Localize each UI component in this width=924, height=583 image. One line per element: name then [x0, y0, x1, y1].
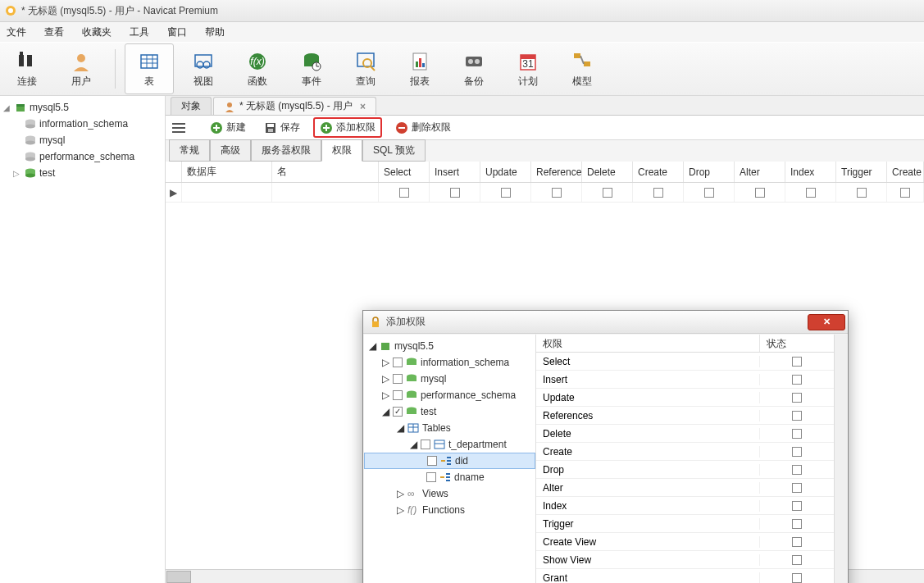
action-new[interactable]: 新建: [205, 119, 251, 136]
menu-favorites[interactable]: 收藏夹: [82, 25, 112, 39]
expand-arrow-icon[interactable]: ▷: [382, 373, 389, 385]
dlg-tree-db-test[interactable]: ◢test: [364, 403, 535, 420]
tool-user[interactable]: 用户: [57, 43, 106, 94]
priv-row[interactable]: Show View: [536, 551, 834, 569]
tool-event[interactable]: 事件: [287, 43, 336, 94]
col-alter[interactable]: Alter: [735, 162, 785, 182]
tree-db-2[interactable]: performance_schema: [0, 148, 165, 165]
dlg-tree-column-dname[interactable]: dname: [364, 469, 535, 485]
priv-row[interactable]: Drop: [536, 461, 834, 479]
priv-row[interactable]: Alter: [536, 479, 834, 497]
tree-db-3[interactable]: ▷ test: [0, 165, 165, 181]
checkbox[interactable]: [603, 188, 612, 198]
priv-row[interactable]: Delete: [536, 425, 834, 443]
priv-row[interactable]: Select: [536, 353, 834, 371]
dlg-tree-server[interactable]: ◢ mysql5.5: [364, 338, 535, 354]
col-insert[interactable]: Insert: [430, 162, 480, 182]
dlg-tree-db[interactable]: ▷information_schema: [364, 354, 535, 371]
col-name[interactable]: 名: [272, 162, 379, 182]
expand-arrow-icon[interactable]: ▷: [13, 169, 21, 178]
scroll-thumb[interactable]: [166, 571, 191, 583]
dlg-tree-db[interactable]: ▷performance_schema: [364, 387, 535, 403]
checkbox[interactable]: [427, 456, 437, 466]
tab-user-editor[interactable]: * 无标题 (mysql5.5) - 用户 ×: [213, 97, 376, 115]
menu-window[interactable]: 窗口: [167, 25, 187, 39]
menu-view[interactable]: 查看: [44, 25, 64, 39]
col-delete[interactable]: Delete: [582, 162, 633, 182]
priv-row[interactable]: Insert: [536, 371, 834, 389]
tool-schedule[interactable]: 31 计划: [503, 43, 553, 94]
checkbox[interactable]: [806, 188, 816, 198]
checkbox[interactable]: [792, 483, 802, 493]
col-create2[interactable]: Create: [887, 162, 924, 182]
checkbox[interactable]: [900, 188, 910, 198]
col-update[interactable]: Update: [480, 162, 531, 182]
checkbox[interactable]: [393, 390, 403, 400]
collapse-arrow-icon[interactable]: ◢: [410, 439, 417, 450]
checkbox[interactable]: [399, 188, 409, 198]
col-trigger[interactable]: Trigger: [836, 162, 887, 182]
tool-table[interactable]: 表: [125, 43, 174, 94]
dlg-tree-db[interactable]: ▷mysql: [364, 371, 535, 387]
priv-row[interactable]: Create View: [536, 533, 834, 551]
tool-query[interactable]: 查询: [341, 43, 390, 94]
checkbox[interactable]: [792, 447, 802, 457]
menu-tools[interactable]: 工具: [130, 25, 149, 39]
checkbox[interactable]: [792, 393, 802, 403]
checkbox[interactable]: [792, 411, 802, 421]
dlg-tree-table[interactable]: ◢t_department: [364, 436, 535, 453]
collapse-arrow-icon[interactable]: ◢: [369, 340, 376, 352]
checkbox[interactable]: [792, 501, 802, 511]
tool-model[interactable]: 模型: [558, 43, 607, 94]
priv-grid-row[interactable]: ▶: [166, 183, 924, 203]
priv-row[interactable]: Update: [536, 389, 834, 407]
tree-server[interactable]: ◢ mysql5.5: [0, 99, 165, 116]
action-delete-privilege[interactable]: 删除权限: [390, 119, 456, 136]
itab-sql-preview[interactable]: SQL 预览: [362, 139, 426, 162]
checkbox[interactable]: [857, 188, 867, 198]
priv-row[interactable]: Index: [536, 497, 834, 515]
checkbox[interactable]: [792, 555, 802, 565]
hamburger-icon[interactable]: [172, 123, 185, 133]
checkbox[interactable]: [552, 188, 562, 198]
itab-advanced[interactable]: 高级: [210, 139, 251, 162]
checkbox[interactable]: [393, 374, 403, 384]
collapse-arrow-icon[interactable]: ◢: [397, 422, 404, 434]
priv-row[interactable]: Trigger: [536, 515, 834, 533]
dialog-titlebar[interactable]: 添加权限 ✕: [363, 311, 848, 334]
checkbox[interactable]: [426, 472, 436, 482]
checkbox[interactable]: [792, 537, 802, 547]
tool-function[interactable]: f(x) 函数: [233, 43, 282, 94]
dialog-tree[interactable]: ◢ mysql5.5 ▷information_schema ▷mysql ▷p…: [364, 335, 536, 583]
action-save[interactable]: 保存: [259, 119, 305, 136]
checkbox[interactable]: [792, 375, 802, 385]
dialog-close-button[interactable]: ✕: [808, 314, 845, 330]
checkbox[interactable]: [792, 465, 802, 475]
dialog-scrollbar[interactable]: [834, 335, 847, 583]
tab-objects[interactable]: 对象: [171, 97, 212, 115]
col-select[interactable]: Select: [379, 162, 430, 182]
checkbox[interactable]: [393, 358, 403, 367]
dlg-tree-functions[interactable]: ▷f()Functions: [364, 502, 535, 518]
itab-priv[interactable]: 权限: [321, 139, 362, 162]
col-drop[interactable]: Drop: [684, 162, 735, 182]
close-icon[interactable]: ×: [360, 101, 366, 112]
col-state[interactable]: 状态: [760, 335, 834, 352]
dlg-tree-column-did[interactable]: did: [364, 453, 535, 469]
checkbox[interactable]: [792, 573, 802, 583]
checkbox[interactable]: [755, 188, 765, 198]
checkbox[interactable]: [704, 188, 714, 198]
priv-row[interactable]: References: [536, 407, 834, 425]
collapse-arrow-icon[interactable]: ◢: [3, 103, 11, 112]
priv-row[interactable]: Create: [536, 443, 834, 461]
checkbox[interactable]: [450, 188, 460, 198]
itab-general[interactable]: 常规: [169, 139, 210, 162]
tool-connect[interactable]: 连接: [2, 43, 52, 94]
expand-arrow-icon[interactable]: ▷: [397, 488, 404, 499]
expand-arrow-icon[interactable]: ▷: [382, 389, 389, 401]
dlg-tree-views[interactable]: ▷∞Views: [364, 485, 535, 502]
tool-report[interactable]: 报表: [395, 43, 444, 94]
col-index[interactable]: Index: [785, 162, 836, 182]
checkbox[interactable]: [792, 357, 802, 367]
checkbox[interactable]: [653, 188, 663, 198]
